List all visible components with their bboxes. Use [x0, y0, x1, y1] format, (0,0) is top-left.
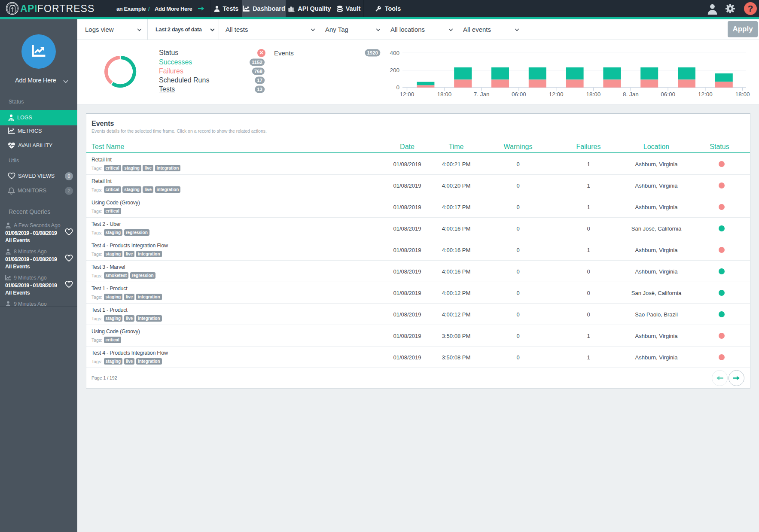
svg-text:7. Jan: 7. Jan: [474, 91, 490, 97]
svg-text:8. Jan: 8. Jan: [623, 91, 639, 97]
svg-text:12:00: 12:00: [549, 91, 564, 97]
svg-text:400: 400: [390, 50, 399, 56]
svg-text:06:00: 06:00: [512, 91, 526, 97]
svg-text:12:00: 12:00: [698, 91, 713, 97]
svg-text:18:00: 18:00: [735, 91, 750, 97]
svg-text:200: 200: [390, 67, 399, 73]
svg-text:0: 0: [396, 84, 399, 91]
svg-text:12:00: 12:00: [400, 91, 415, 97]
svg-text:18:00: 18:00: [437, 91, 451, 97]
svg-text:18:00: 18:00: [586, 91, 601, 97]
svg-text:06:00: 06:00: [661, 91, 675, 97]
